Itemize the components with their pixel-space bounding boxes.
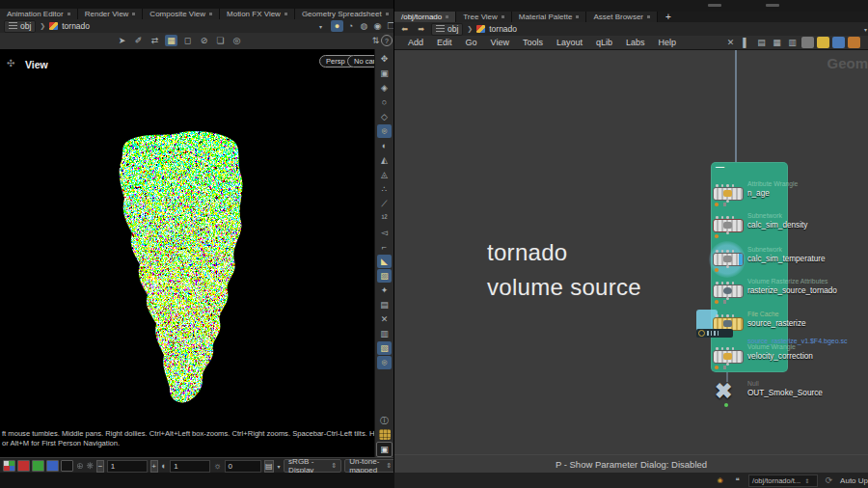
select-arrow-icon[interactable]: ➤ bbox=[116, 35, 128, 46]
forward-icon[interactable]: ➡ bbox=[415, 23, 427, 35]
texture-icon[interactable]: ▨ bbox=[377, 269, 392, 283]
back-icon[interactable]: ⬅ bbox=[398, 23, 411, 35]
wireframe-icon[interactable]: ◬ bbox=[377, 168, 392, 181]
splitter-handle[interactable] bbox=[708, 4, 721, 7]
lamp-icon[interactable]: ⌾ bbox=[377, 356, 392, 369]
color-correction-icon[interactable] bbox=[379, 429, 391, 440]
node-calc_sim_density[interactable]: Subnetwork calc_sim_density bbox=[713, 219, 857, 240]
points-icon[interactable]: ∴ bbox=[377, 182, 392, 196]
help-icon[interactable]: ? bbox=[381, 35, 393, 46]
path-current-node[interactable]: tornado bbox=[62, 21, 90, 31]
comment-bubble-icon[interactable]: ❝ bbox=[731, 474, 744, 486]
menu-edit[interactable]: Edit bbox=[431, 36, 458, 49]
display-options-icon[interactable]: ▣ bbox=[376, 442, 393, 457]
green-channel-swatch[interactable] bbox=[32, 460, 44, 472]
cache-manager-icon[interactable] bbox=[848, 37, 860, 48]
snap-mode-icon[interactable]: ▦ bbox=[165, 35, 177, 46]
display-flag[interactable] bbox=[739, 254, 743, 265]
tools-wrench-icon[interactable]: ✕ bbox=[724, 37, 737, 48]
shade-mode-icon[interactable]: ◭ bbox=[377, 153, 392, 167]
tab-render-view[interactable]: Render View bbox=[78, 9, 144, 19]
normals-icon[interactable]: ⟋ bbox=[377, 197, 392, 210]
offset-field[interactable]: 0 bbox=[225, 460, 261, 473]
node-source_rasterize[interactable]: File Cache source_rasterize source_raste… bbox=[713, 317, 857, 339]
particles-icon[interactable]: ✦ bbox=[377, 284, 392, 297]
network-box-minimize-button[interactable]: — bbox=[716, 162, 724, 172]
tab-tree-view[interactable]: Tree View bbox=[456, 12, 512, 22]
network-canvas[interactable]: Geom tornado volume source — Attribute W… bbox=[394, 50, 868, 454]
node-velocity_correction[interactable]: Volume Wrangle velocity_correction bbox=[713, 350, 857, 371]
markers-icon[interactable]: ◅ bbox=[377, 226, 392, 239]
menu-layout[interactable]: Layout bbox=[551, 36, 588, 49]
network-list-icon[interactable]: obj bbox=[4, 20, 36, 33]
path-current-node[interactable]: tornado bbox=[489, 24, 517, 34]
alpha-channel-swatch[interactable] bbox=[61, 460, 73, 472]
path-dropdown-caret-icon[interactable]: ▾ bbox=[314, 20, 327, 32]
network-list-icon[interactable]: obj bbox=[431, 23, 463, 36]
snapshot-gallery-icon[interactable] bbox=[801, 37, 814, 48]
tonemap-dropdown[interactable]: Un-tone-mapped⇕ bbox=[344, 459, 396, 473]
tab-asset-browser[interactable]: Asset Browser bbox=[586, 12, 658, 22]
scene-viewport[interactable]: ✣ View Persp▾ No cam▾ bbox=[0, 49, 393, 457]
tab-material-palette[interactable]: Material Palette bbox=[512, 12, 587, 22]
menu-go[interactable]: Go bbox=[460, 36, 483, 49]
volume-icon[interactable]: ▤ bbox=[377, 298, 392, 312]
lut-icon[interactable]: ▤ bbox=[264, 460, 274, 473]
message-log-icon[interactable]: ◉ bbox=[714, 474, 726, 486]
render-flag-icon[interactable]: ◎ bbox=[231, 35, 243, 46]
gain-field[interactable]: 1 bbox=[107, 460, 148, 473]
node-rasterize_source_tornado[interactable]: Volume Rasterize Attributes rasterize_so… bbox=[713, 285, 857, 306]
info-icon[interactable]: ⓘ bbox=[377, 414, 392, 427]
current-node-path-dropdown[interactable]: /obj/tornado/t... ⇕ bbox=[748, 474, 818, 487]
gamma-field[interactable]: 1 bbox=[170, 460, 210, 473]
translate-tool-icon[interactable]: ⇄ bbox=[149, 35, 161, 46]
headlight-icon[interactable]: ◐ bbox=[377, 139, 392, 152]
select-none-icon[interactable]: ⊘ bbox=[198, 35, 210, 46]
axis-icon[interactable]: ✕ bbox=[377, 312, 392, 326]
rgba-channels-swatch[interactable] bbox=[3, 460, 15, 472]
box-pick-icon[interactable]: ◻ bbox=[181, 35, 194, 46]
grid-icon[interactable]: ⌐ bbox=[377, 240, 392, 254]
lasso-select-icon[interactable]: ✐ bbox=[132, 35, 145, 46]
view-tool-icon[interactable]: ✥ bbox=[377, 52, 392, 66]
tab-animation-editor[interactable]: Animation Editor bbox=[0, 9, 78, 19]
node-n_age[interactable]: Attribute Wrangle n_age bbox=[713, 187, 857, 208]
group-list-icon[interactable]: ▥ bbox=[377, 327, 392, 340]
pin-icon[interactable]: ○ bbox=[377, 95, 392, 109]
lut-caret-icon[interactable]: ▾ bbox=[277, 460, 281, 472]
red-channel-swatch[interactable] bbox=[17, 460, 30, 472]
update-material-icon[interactable]: ● bbox=[331, 20, 343, 32]
menu-help[interactable]: Help bbox=[653, 36, 683, 49]
tab-composite-view[interactable]: Composite View bbox=[143, 9, 220, 19]
new-tab-button[interactable]: + bbox=[658, 12, 679, 22]
tab-geometry-spreadsheet[interactable]: Geometry Spreadsheet bbox=[295, 9, 396, 19]
uv-icon[interactable]: ¹² bbox=[377, 211, 392, 225]
menu-tools[interactable]: Tools bbox=[517, 36, 549, 49]
view-pivot-icon[interactable]: ◇ bbox=[377, 110, 392, 123]
tab-obj-tornado[interactable]: /obj/tornado bbox=[394, 12, 456, 22]
gain-plus-button[interactable]: + bbox=[150, 460, 158, 473]
layout-grid-icon[interactable]: ▥ bbox=[786, 37, 799, 48]
snap-view-icon[interactable]: ◣ bbox=[377, 255, 392, 268]
parameter-list-icon[interactable]: ▤ bbox=[755, 37, 768, 48]
ghost-other-objects-icon[interactable]: ❏ bbox=[214, 35, 227, 46]
splitter-handle[interactable] bbox=[766, 4, 779, 7]
blue-channel-swatch[interactable] bbox=[46, 460, 59, 472]
link-editor-icon[interactable]: ◉ bbox=[371, 20, 384, 32]
menu-labs[interactable]: Labs bbox=[620, 36, 651, 49]
menu-qlib[interactable]: qLib bbox=[590, 36, 618, 49]
lock-camera-icon[interactable]: ◈ bbox=[377, 81, 392, 95]
gain-minus-button[interactable]: − bbox=[96, 460, 104, 473]
brightness-icon[interactable]: ❋ bbox=[87, 460, 95, 472]
auto-update-mode[interactable]: Auto Up bbox=[840, 476, 868, 485]
menu-view[interactable]: View bbox=[485, 36, 515, 49]
tab-motion-fx-view[interactable]: Motion FX View bbox=[220, 9, 295, 19]
magnify-icon[interactable]: ⊕ bbox=[76, 460, 84, 472]
color-palette-icon[interactable]: ▦ bbox=[771, 37, 783, 48]
node-OUT_Smoke_Source[interactable]: ✖ Null OUT_Smoke_Source bbox=[713, 382, 857, 403]
refresh-icon[interactable]: ⟳ bbox=[823, 474, 835, 486]
history-clock-icon[interactable]: ◔ bbox=[344, 20, 357, 32]
menu-add[interactable]: Add bbox=[402, 36, 429, 49]
scene-graph-icon[interactable]: ▧ bbox=[377, 341, 392, 355]
show-displayed-icon[interactable]: ◍ bbox=[358, 20, 370, 32]
